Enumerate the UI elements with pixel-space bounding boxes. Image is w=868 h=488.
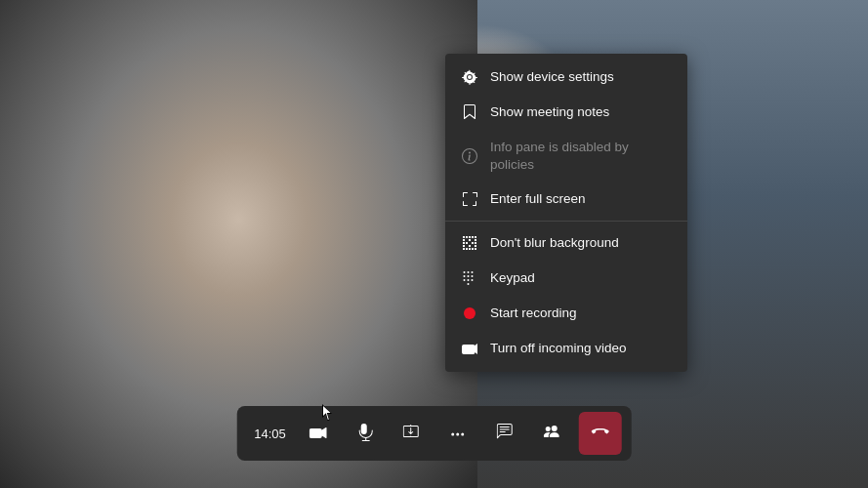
menu-item-dont-blur-background[interactable]: Don't blur background <box>445 225 687 261</box>
fullscreen-icon <box>461 190 478 208</box>
toolbar-time: 14:05 <box>246 427 294 441</box>
toolbar: 14:05 <box>236 406 632 461</box>
keypad-icon <box>461 269 478 287</box>
menu-label-dont-blur-background: Don't blur background <box>490 234 619 252</box>
video-off-icon <box>461 340 478 357</box>
menu-label-turn-off-incoming-video: Turn off incoming video <box>490 340 627 357</box>
gear-icon <box>461 68 478 86</box>
recording-dot <box>464 307 475 319</box>
blur-icon <box>461 234 478 252</box>
menu-label-show-meeting-notes: Show meeting notes <box>490 103 609 121</box>
menu-item-enter-full-screen[interactable]: Enter full screen <box>445 182 687 217</box>
participants-button[interactable] <box>532 412 575 455</box>
menu-label-info-pane-disabled: Info pane is disabled by policies <box>490 139 672 173</box>
menu-label-show-device-settings: Show device settings <box>490 68 614 86</box>
more-options-button[interactable] <box>438 412 481 455</box>
menu-item-info-pane-disabled: Info pane is disabled by policies <box>445 130 687 182</box>
microphone-button[interactable] <box>345 412 388 455</box>
menu-label-enter-full-screen: Enter full screen <box>490 190 586 208</box>
share-screen-button[interactable] <box>392 412 434 455</box>
menu-item-show-device-settings[interactable]: Show device settings <box>445 60 687 95</box>
menu-divider-1 <box>445 221 687 222</box>
camera-button[interactable] <box>298 412 341 455</box>
context-menu: Show device settings Show meeting notes … <box>445 54 687 372</box>
menu-label-start-recording: Start recording <box>490 305 577 322</box>
chat-button[interactable] <box>485 412 528 455</box>
menu-item-keypad[interactable]: Keypad <box>445 261 687 296</box>
menu-label-keypad: Keypad <box>490 269 535 287</box>
menu-item-show-meeting-notes[interactable]: Show meeting notes <box>445 95 687 130</box>
menu-item-turn-off-incoming-video[interactable]: Turn off incoming video <box>445 331 687 366</box>
end-call-button[interactable] <box>579 412 622 455</box>
notes-icon <box>461 103 478 121</box>
record-icon <box>461 305 478 322</box>
menu-item-start-recording[interactable]: Start recording <box>445 296 687 331</box>
info-icon <box>461 147 478 165</box>
